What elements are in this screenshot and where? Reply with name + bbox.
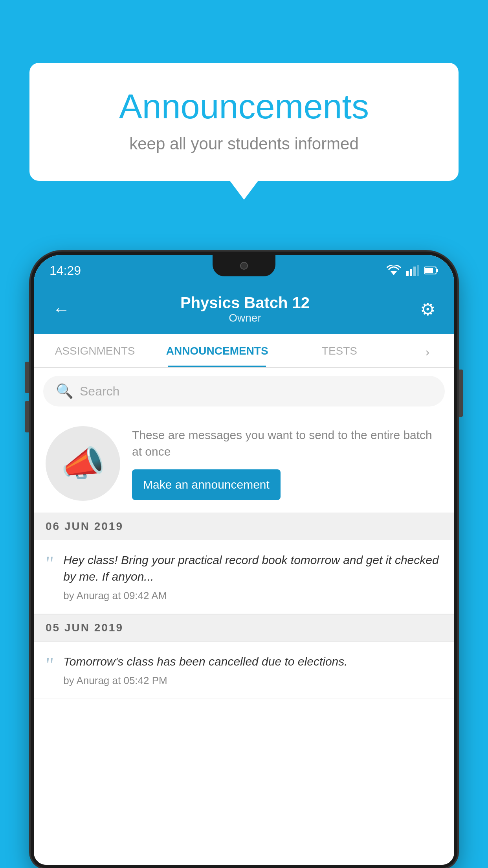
date-separator-2: 05 JUN 2019: [34, 614, 454, 642]
tab-announcements[interactable]: ANNOUNCEMENTS: [156, 334, 278, 367]
svg-rect-4: [417, 265, 419, 276]
signal-icon: [406, 265, 419, 276]
megaphone-circle: 📣: [46, 426, 120, 501]
tab-more[interactable]: ›: [401, 334, 454, 367]
speech-bubble: Announcements keep all your students inf…: [29, 63, 459, 181]
camera: [240, 262, 248, 270]
announcement-description: These are messages you want to send to t…: [132, 427, 442, 460]
speech-bubble-container: Announcements keep all your students inf…: [29, 63, 459, 181]
svg-rect-6: [425, 268, 433, 273]
tab-assignments[interactable]: ASSIGNMENTS: [34, 334, 156, 367]
announcement-content-1: Hey class! Bring your practical record b…: [63, 552, 442, 602]
phone-frame: 14:29: [31, 252, 457, 868]
status-icons: [387, 265, 438, 276]
app-header: ← Physics Batch 12 Owner ⚙: [34, 286, 454, 334]
megaphone-icon: 📣: [61, 443, 105, 484]
announcement-text-2: Tomorrow's class has been cancelled due …: [63, 653, 442, 670]
make-announcement-button[interactable]: Make an announcement: [132, 469, 281, 500]
announcement-by-1: by Anurag at 09:42 AM: [63, 590, 442, 602]
notch: [213, 255, 275, 276]
svg-marker-0: [391, 271, 397, 275]
announcement-right: These are messages you want to send to t…: [132, 427, 442, 500]
content-area: 🔍 Search 📣 These are messages you want t…: [34, 368, 454, 865]
settings-button[interactable]: ⚙: [417, 296, 438, 322]
announcement-item-2: " Tomorrow's class has been cancelled du…: [34, 642, 454, 699]
quote-icon-2: ": [46, 655, 54, 675]
speech-bubble-title: Announcements: [61, 86, 427, 127]
svg-rect-1: [406, 271, 409, 276]
volume-down-button: [25, 401, 29, 432]
announcement-prompt: 📣 These are messages you want to send to…: [34, 414, 454, 513]
tabs-bar: ASSIGNMENTS ANNOUNCEMENTS TESTS ›: [34, 334, 454, 368]
date-separator-1: 06 JUN 2019: [34, 513, 454, 540]
status-bar: 14:29: [34, 255, 454, 286]
status-time: 14:29: [50, 263, 81, 278]
battery-icon: [424, 266, 438, 275]
batch-name: Physics Batch 12: [73, 294, 417, 312]
search-bar[interactable]: 🔍 Search: [43, 376, 445, 406]
announcement-content-2: Tomorrow's class has been cancelled due …: [63, 653, 442, 687]
svg-rect-2: [410, 269, 412, 276]
header-title-group: Physics Batch 12 Owner: [73, 294, 417, 324]
back-button[interactable]: ←: [50, 296, 73, 322]
wifi-icon: [387, 265, 401, 276]
quote-icon-1: ": [46, 554, 54, 574]
search-container: 🔍 Search: [34, 368, 454, 414]
volume-up-button: [25, 362, 29, 393]
announcement-text-1: Hey class! Bring your practical record b…: [63, 552, 442, 585]
speech-bubble-subtitle: keep all your students informed: [61, 134, 427, 153]
announcement-item-1: " Hey class! Bring your practical record…: [34, 540, 454, 614]
announcement-by-2: by Anurag at 05:42 PM: [63, 675, 442, 687]
svg-rect-3: [413, 267, 416, 276]
svg-rect-7: [437, 269, 438, 272]
tab-tests[interactable]: TESTS: [278, 334, 400, 367]
header-role: Owner: [73, 312, 417, 324]
search-icon: 🔍: [56, 383, 73, 399]
search-placeholder: Search: [80, 384, 119, 399]
power-button: [459, 370, 463, 417]
phone-screen: 14:29: [34, 255, 454, 865]
